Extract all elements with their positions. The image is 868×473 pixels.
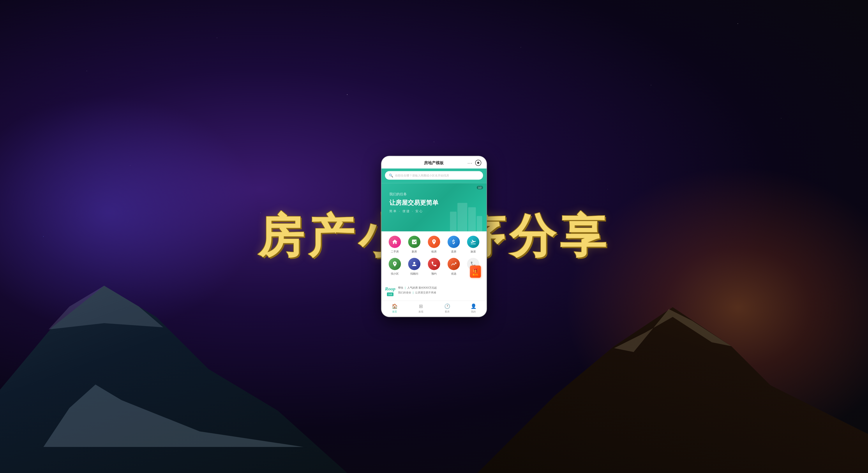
- profile-icon: 👤: [471, 304, 476, 309]
- gift-icon: 🎁: [473, 267, 478, 273]
- newhouse-circle: [408, 236, 421, 248]
- search-bar-section: 🔍 你想住在哪？请输入商圈或小区名开始找房: [381, 168, 487, 183]
- tab-profile-label: 我的: [471, 310, 476, 313]
- icon-travel[interactable]: 旅居: [466, 236, 481, 254]
- appointment-circle: [428, 258, 440, 270]
- phone-topbar: 房地产模板 ···: [381, 156, 487, 168]
- tab-view-label: 看房: [445, 310, 450, 313]
- view-icon: 🕐: [444, 304, 450, 309]
- record-icon[interactable]: [475, 160, 481, 166]
- news-row: Roop 头条 帮住 | 人气好房 首付XXX万元起 我们的使命 | 让房屋交易…: [385, 286, 483, 296]
- page-indicator: 1/2: [477, 186, 483, 189]
- search-bar[interactable]: 🔍 你想住在哪？请输入商圈或小区名开始找房: [385, 171, 483, 180]
- icon-consultant[interactable]: 找顾问: [407, 258, 422, 276]
- news-content: 帮住 | 人气好房 首付XXX万元起 我们的使命 | 让房屋交易不再难: [398, 286, 483, 294]
- community-circle: [389, 258, 401, 270]
- logo-badge: 头条: [387, 292, 394, 296]
- menu-dots-icon[interactable]: ···: [467, 160, 472, 165]
- discover-icon: ⊞: [419, 304, 423, 309]
- logo-text: Roop: [385, 286, 396, 292]
- news-l1-amount: 首付XXX万元起: [418, 286, 437, 289]
- topbar-icons: ···: [467, 160, 481, 166]
- search-icon: 🔍: [389, 174, 393, 178]
- icons-section: 二手房 新房 租房: [381, 231, 487, 282]
- tab-bar: 🏠 首页 ⊞ 发现 🕐 看房 👤 我的: [381, 301, 487, 317]
- record-dot: [477, 162, 479, 164]
- news-line2: 我们的使命 | 让房屋交易不再难: [398, 291, 483, 294]
- sell-circle: [447, 236, 460, 248]
- news-l1-mid: 人气好房: [407, 286, 418, 289]
- travel-circle: [467, 236, 479, 248]
- icon-rent[interactable]: 租房: [426, 236, 442, 254]
- icon-appointment[interactable]: 预约: [426, 258, 442, 276]
- mountain-right: [477, 278, 868, 473]
- community-label: 找小区: [391, 272, 399, 276]
- consultant-circle: [408, 258, 421, 270]
- newhouse-label: 新房: [412, 250, 417, 254]
- phone-wrapper: 房地产模板 ··· 🔍 你想住在哪？请输入商圈或小区名开始找房 1/2 我们的任…: [381, 156, 487, 317]
- icons-rows-wrapper: 二手房 新房 租房: [385, 236, 483, 276]
- banner-mission-text: 我们的任务: [389, 192, 479, 197]
- tab-discover[interactable]: ⊞ 发现: [408, 304, 434, 313]
- preferred-label: 优选: [451, 272, 456, 276]
- icon-secondhand[interactable]: 二手房: [387, 236, 402, 254]
- icon-row-2: 找小区 找顾问 预约: [385, 258, 483, 276]
- tab-discover-label: 发现: [418, 310, 423, 313]
- search-input[interactable]: 你想住在哪？请输入商圈或小区名开始找房: [395, 174, 449, 177]
- tab-home-label: 首页: [392, 310, 397, 313]
- news-logo: Roop 头条: [385, 286, 396, 296]
- consultant-label: 找顾问: [410, 272, 418, 276]
- app-title: 房地产模板: [400, 160, 467, 165]
- home-icon: 🏠: [392, 304, 398, 309]
- gift-label: 新人礼: [473, 273, 478, 276]
- rent-label: 租房: [431, 250, 437, 254]
- icon-preferred[interactable]: 优选: [446, 258, 461, 276]
- news-l1-prefix: 帮住: [398, 286, 403, 289]
- tab-view[interactable]: 🕐 看房: [434, 304, 460, 313]
- news-line1: 帮住 | 人气好房 首付XXX万元起: [398, 286, 483, 290]
- building-illustration: [450, 203, 482, 231]
- preferred-circle: [447, 258, 460, 270]
- secondhand-label: 二手房: [391, 250, 399, 254]
- sell-label: 卖房: [451, 250, 456, 254]
- gift-badge[interactable]: 🎁 新人礼: [470, 265, 481, 278]
- banner: 1/2 我们的任务 让房屋交易更简单 简单 · 便捷 · 安心: [381, 183, 487, 231]
- tab-profile[interactable]: 👤 我的: [460, 304, 487, 313]
- news-l2-sep: |: [413, 291, 413, 294]
- appointment-label: 预约: [431, 272, 437, 276]
- icon-community[interactable]: 找小区: [387, 258, 402, 276]
- rent-circle: [428, 236, 440, 248]
- icon-newhouse[interactable]: 新房: [407, 236, 422, 254]
- tab-home[interactable]: 🏠 首页: [381, 304, 408, 313]
- news-l2-text: 让房屋交易不再难: [415, 291, 436, 294]
- news-l2-prefix: 我们的使命: [398, 291, 411, 294]
- icon-sell[interactable]: 卖房: [446, 236, 461, 254]
- news-section: Roop 头条 帮住 | 人气好房 首付XXX万元起 我们的使命 | 让房屋交易…: [381, 282, 487, 301]
- travel-label: 旅居: [471, 250, 476, 254]
- icon-row-1: 二手房 新房 租房: [385, 236, 483, 254]
- news-l1-sep1: |: [405, 286, 406, 289]
- phone-container: 房地产模板 ··· 🔍 你想住在哪？请输入商圈或小区名开始找房 1/2 我们的任…: [381, 156, 487, 317]
- secondhand-circle: [389, 236, 401, 248]
